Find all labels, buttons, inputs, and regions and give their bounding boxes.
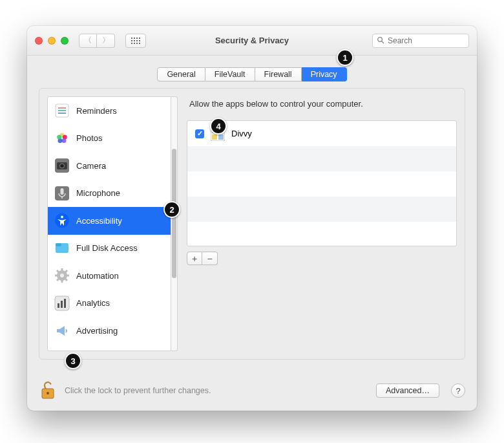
tab-firewall[interactable]: Firewall xyxy=(255,67,302,81)
sidebar-item-camera[interactable]: Camera xyxy=(48,152,171,180)
svg-point-42 xyxy=(47,392,49,394)
annotation-2: 2 xyxy=(163,201,180,218)
instruction-text: Allow the apps below to control your com… xyxy=(189,99,454,109)
chevron-right-icon: 〉 xyxy=(102,35,110,46)
grid-icon xyxy=(131,38,140,44)
automation-icon xyxy=(54,268,70,283)
sidebar-item-label: Accessibility xyxy=(76,216,122,226)
chevron-left-icon: 〈 xyxy=(84,35,92,46)
svg-point-19 xyxy=(61,216,63,219)
svg-point-9 xyxy=(62,138,67,143)
app-row[interactable]: ✓Divvy xyxy=(187,121,456,146)
svg-line-29 xyxy=(57,279,59,281)
svg-rect-34 xyxy=(61,301,63,308)
sidebar-item-reminders[interactable]: Reminders xyxy=(48,97,171,125)
sidebar-item-label: Photos xyxy=(76,133,102,143)
svg-rect-16 xyxy=(61,188,64,195)
search-field[interactable] xyxy=(372,34,469,48)
sidebar-scrollbar[interactable] xyxy=(171,96,178,351)
accessibility-icon xyxy=(54,213,70,228)
sidebar-item-label: Camera xyxy=(76,161,106,171)
preferences-window: 〈 〉 Security & Privacy GeneralFileVaultF… xyxy=(27,26,477,411)
app-name: Divvy xyxy=(231,129,252,138)
unlocked-lock-icon xyxy=(40,381,57,400)
minimize-window-button[interactable] xyxy=(48,37,56,45)
footer: Click the lock to prevent further change… xyxy=(39,381,465,400)
svg-point-11 xyxy=(57,135,61,139)
sidebar-item-label: Microphone xyxy=(76,188,120,198)
microphone-icon xyxy=(54,186,70,201)
sidebar-item-microphone[interactable]: Microphone xyxy=(48,180,171,208)
sidebar-item-photos[interactable]: Photos xyxy=(48,125,171,153)
back-button[interactable]: 〈 xyxy=(79,34,97,48)
titlebar: 〈 〉 Security & Privacy xyxy=(27,26,477,56)
sidebar-item-accessibility[interactable]: Accessibility xyxy=(48,207,171,235)
sidebar-item-label: Full Disk Access xyxy=(76,243,138,253)
svg-rect-21 xyxy=(56,243,61,246)
photos-icon xyxy=(54,131,70,146)
sidebar-item-label: Automation xyxy=(76,271,119,281)
forward-button[interactable]: 〉 xyxy=(97,34,115,48)
svg-line-28 xyxy=(65,279,67,281)
svg-rect-35 xyxy=(64,299,66,308)
advanced-button[interactable]: Advanced… xyxy=(376,384,439,398)
sidebar-item-label: Reminders xyxy=(76,106,117,116)
content-frame: RemindersPhotosCameraMicrophoneAccessibi… xyxy=(39,88,465,360)
camera-icon xyxy=(54,158,70,173)
svg-line-30 xyxy=(65,270,67,272)
advertising-icon xyxy=(54,323,70,338)
tab-filevault[interactable]: FileVault xyxy=(205,67,255,81)
svg-point-14 xyxy=(60,164,65,168)
add-app-button[interactable]: + xyxy=(187,252,202,265)
svg-rect-33 xyxy=(58,303,59,308)
sidebar-item-full-disk-access[interactable]: Full Disk Access xyxy=(48,235,171,263)
svg-point-31 xyxy=(60,274,64,277)
tab-general[interactable]: General xyxy=(157,67,205,81)
sidebar-item-advertising[interactable]: Advertising xyxy=(48,317,171,345)
tab-bar: GeneralFileVaultFirewallPrivacy xyxy=(157,67,346,81)
annotation-4: 4 xyxy=(210,118,227,135)
app-row xyxy=(187,197,456,222)
sidebar-item-label: Analytics xyxy=(76,298,110,308)
zoom-window-button[interactable] xyxy=(61,37,68,45)
search-icon xyxy=(377,35,384,47)
svg-point-0 xyxy=(378,37,383,41)
show-all-button[interactable] xyxy=(125,34,146,48)
app-row xyxy=(187,222,456,246)
app-list: ✓Divvy xyxy=(187,120,457,246)
search-input[interactable] xyxy=(388,36,477,45)
close-window-button[interactable] xyxy=(35,37,43,45)
sidebar-item-analytics[interactable]: Analytics xyxy=(48,290,171,318)
sidebar-item-automation[interactable]: Automation xyxy=(48,262,171,290)
full-disk-access-icon xyxy=(54,241,70,256)
sidebar-item-label: Advertising xyxy=(76,326,118,336)
app-row xyxy=(187,171,456,197)
app-row xyxy=(187,146,456,171)
annotation-1: 1 xyxy=(337,49,353,66)
annotation-3: 3 xyxy=(65,352,81,369)
reminders-icon xyxy=(54,103,70,118)
lock-text: Click the lock to prevent further change… xyxy=(65,386,211,395)
help-button[interactable]: ? xyxy=(451,384,465,398)
privacy-sidebar: RemindersPhotosCameraMicrophoneAccessibi… xyxy=(47,96,171,351)
svg-line-27 xyxy=(57,270,59,272)
svg-line-1 xyxy=(382,41,384,43)
lock-button[interactable] xyxy=(39,381,58,400)
analytics-icon xyxy=(54,296,70,311)
app-checkbox[interactable]: ✓ xyxy=(195,129,204,138)
window-controls xyxy=(35,37,68,45)
remove-app-button[interactable]: − xyxy=(202,252,218,265)
svg-rect-39 xyxy=(212,135,217,140)
tab-privacy[interactable]: Privacy xyxy=(302,67,347,81)
svg-rect-40 xyxy=(218,135,224,140)
